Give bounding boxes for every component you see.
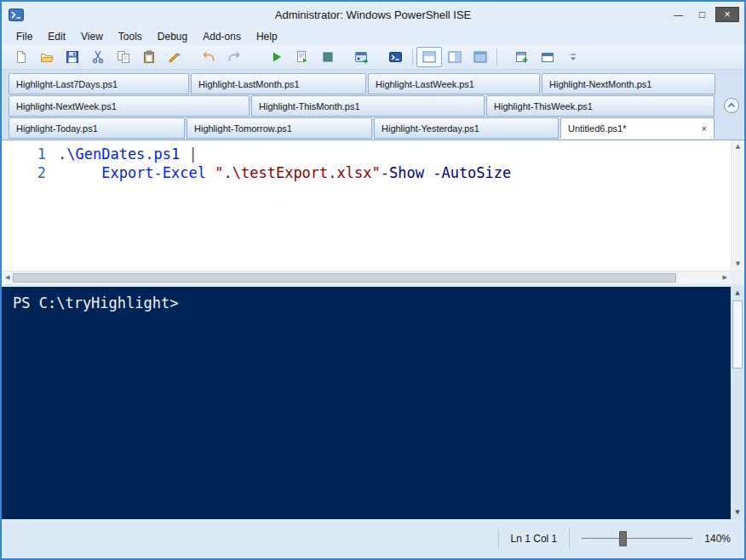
- tab-untitled6-active[interactable]: Untitled6.ps1*×: [560, 117, 714, 139]
- script-editor-pane: 1 .\GenDates.ps1 | 2 Export-Excel ".\tes…: [2, 140, 744, 284]
- powershell-ise-window: Administrator: Windows PowerShell ISE — …: [0, 0, 746, 560]
- horizontal-scroll-thumb[interactable]: [13, 273, 676, 283]
- open-script-button[interactable]: [34, 47, 60, 67]
- statusbar: Ln 1 Col 1 140%: [2, 519, 744, 558]
- new-script-icon: [14, 50, 28, 64]
- console-vertical-scrollbar[interactable]: ▲ ▼: [731, 287, 744, 519]
- tab-row-3: Highlight-Today.ps1 Highlight-Tomorrow.p…: [9, 117, 719, 139]
- code-text: Export-Excel ".\testExport.xlsx"-Show -A…: [58, 163, 511, 182]
- tab-label: Highlight-NextMonth.ps1: [549, 79, 651, 89]
- tab-row-1: Highlight-Last7Days.ps1 Highlight-LastMo…: [9, 73, 719, 94]
- tab-label: Highlight-Yesterday.ps1: [382, 123, 479, 134]
- tab-label: Highlight-LastWeek.ps1: [376, 79, 474, 89]
- tab-scroll-up-button[interactable]: [724, 98, 739, 113]
- play-icon: [270, 50, 284, 64]
- pane-max-icon: [473, 51, 487, 63]
- toolbar-overflow-button[interactable]: [560, 47, 586, 67]
- console-prompt: PS C:\tryHighlight>: [2, 287, 744, 311]
- redo-arrow-icon: [227, 50, 241, 64]
- clipboard-icon: [142, 50, 156, 64]
- titlebar[interactable]: Administrator: Windows PowerShell ISE — …: [2, 2, 744, 27]
- tab-highlight-yesterday[interactable]: Highlight-Yesterday.ps1: [374, 117, 559, 139]
- redo-button[interactable]: [221, 47, 247, 67]
- script-pane-top-button[interactable]: [416, 47, 442, 67]
- menu-help[interactable]: Help: [249, 29, 285, 44]
- new-script-button[interactable]: [9, 47, 34, 67]
- clear-console-button[interactable]: [162, 47, 187, 67]
- tab-label: Highlight-ThisMonth.ps1: [259, 101, 360, 111]
- window-title: Administrator: Windows PowerShell ISE: [2, 9, 744, 21]
- menu-view[interactable]: View: [73, 29, 111, 44]
- copy-button[interactable]: [111, 47, 136, 67]
- tab-label: Highlight-LastMonth.ps1: [198, 79, 300, 89]
- tab-close-icon[interactable]: ×: [695, 123, 707, 134]
- editor-horizontal-scrollbar[interactable]: ◀ ▶: [2, 271, 731, 284]
- chevron-up-icon: [727, 102, 736, 109]
- scroll-right-arrow-icon[interactable]: ▶: [720, 271, 731, 284]
- new-tab-icon: [541, 50, 554, 64]
- menu-addons[interactable]: Add-ons: [195, 29, 249, 44]
- powershell-app-icon[interactable]: [9, 9, 24, 21]
- code-area[interactable]: 1 .\GenDates.ps1 | 2 Export-Excel ".\tes…: [2, 140, 731, 271]
- start-powershell-button[interactable]: [383, 47, 409, 67]
- tab-highlight-thismonth[interactable]: Highlight-ThisMonth.ps1: [251, 95, 485, 117]
- pane-right-icon: [448, 51, 462, 63]
- tab-highlight-lastmonth[interactable]: Highlight-LastMonth.ps1: [191, 73, 366, 94]
- line-number: 1: [2, 145, 46, 163]
- menu-file[interactable]: File: [9, 29, 40, 44]
- maximize-button[interactable]: □: [691, 7, 713, 22]
- toolbar: [2, 45, 744, 70]
- stop-operation-button[interactable]: [315, 47, 341, 67]
- scroll-up-arrow-icon[interactable]: ▲: [732, 140, 743, 153]
- paste-button[interactable]: [136, 47, 162, 67]
- command-window-icon: [515, 50, 529, 64]
- tab-highlight-nextmonth[interactable]: Highlight-NextMonth.ps1: [542, 73, 715, 94]
- zoom-percent-label: 140%: [704, 533, 731, 545]
- show-command-window-button[interactable]: [509, 47, 535, 67]
- save-floppy-icon: [66, 50, 79, 64]
- script-pane-max-button[interactable]: [468, 47, 493, 67]
- menubar: File Edit View Tools Debug Add-ons Help: [2, 27, 744, 45]
- tab-label: Untitled6.ps1*: [568, 123, 627, 134]
- minimize-button[interactable]: —: [668, 7, 689, 22]
- script-tab-strip: Highlight-Last7Days.ps1 Highlight-LastMo…: [2, 70, 744, 140]
- scroll-down-arrow-icon[interactable]: ▼: [732, 506, 743, 519]
- console-pane[interactable]: PS C:\tryHighlight> ▲ ▼: [2, 287, 744, 519]
- script-pane-right-button[interactable]: [442, 47, 468, 67]
- tab-highlight-lastweek[interactable]: Highlight-LastWeek.ps1: [368, 73, 540, 94]
- new-powershell-tab-button[interactable]: [535, 47, 560, 67]
- save-script-button[interactable]: [60, 47, 85, 67]
- editor-vertical-scrollbar[interactable]: ▲ ▼: [731, 140, 744, 271]
- tab-highlight-thisweek[interactable]: Highlight-ThisWeek.ps1: [486, 95, 714, 117]
- console-scroll-thumb[interactable]: [732, 300, 743, 369]
- zoom-slider-thumb[interactable]: [619, 531, 627, 546]
- tab-highlight-tomorrow[interactable]: Highlight-Tomorrow.ps1: [186, 117, 372, 139]
- new-remote-tab-button[interactable]: [349, 47, 375, 67]
- scroll-left-arrow-icon[interactable]: ◀: [2, 271, 13, 284]
- scroll-up-arrow-icon[interactable]: ▲: [732, 287, 743, 300]
- undo-button[interactable]: [196, 47, 221, 67]
- code-line-2: 2 Export-Excel ".\testExport.xlsx"-Show …: [2, 163, 731, 182]
- run-script-button[interactable]: [264, 47, 290, 67]
- cut-button[interactable]: [85, 47, 111, 67]
- statusbar-separator: [569, 529, 570, 549]
- zoom-slider[interactable]: [582, 531, 692, 546]
- pane-top-icon: [422, 51, 436, 63]
- menu-tools[interactable]: Tools: [111, 29, 150, 44]
- tab-highlight-last7days[interactable]: Highlight-Last7Days.ps1: [9, 73, 189, 94]
- tab-highlight-today[interactable]: Highlight-Today.ps1: [9, 117, 185, 139]
- scrollbar-corner: [731, 271, 744, 284]
- scroll-down-arrow-icon[interactable]: ▼: [732, 258, 743, 271]
- chevron-down-icon: [569, 51, 577, 63]
- menu-debug[interactable]: Debug: [150, 29, 195, 44]
- close-button[interactable]: ×: [715, 7, 739, 22]
- menu-edit[interactable]: Edit: [40, 29, 73, 44]
- tab-row-2: Highlight-NextWeek.ps1 Highlight-ThisMon…: [9, 95, 719, 117]
- brush-icon: [168, 50, 181, 64]
- tab-label: Highlight-Last7Days.ps1: [16, 79, 118, 89]
- line-col-indicator: Ln 1 Col 1: [511, 533, 558, 545]
- tab-highlight-nextweek[interactable]: Highlight-NextWeek.ps1: [9, 95, 250, 117]
- run-selection-button[interactable]: [290, 47, 315, 67]
- open-folder-icon: [40, 50, 54, 64]
- zoom-slider-track[interactable]: [582, 538, 692, 539]
